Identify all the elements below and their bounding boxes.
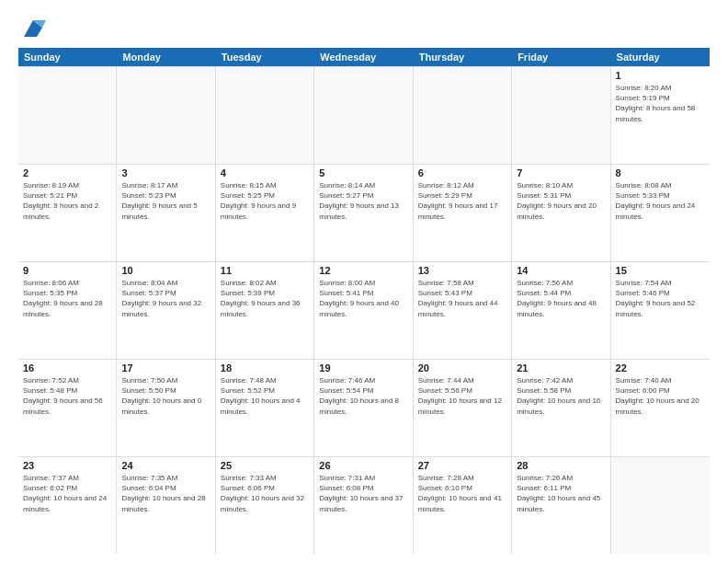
- day-cell-23: 23Sunrise: 7:37 AM Sunset: 6:02 PM Dayli…: [18, 457, 117, 554]
- header-day-thursday: Thursday: [414, 48, 512, 66]
- day-number: 10: [121, 265, 210, 276]
- day-number: 20: [418, 362, 506, 373]
- day-number: 17: [121, 362, 210, 373]
- day-info: Sunrise: 7:35 AM Sunset: 6:04 PM Dayligh…: [121, 473, 210, 514]
- day-number: 9: [23, 265, 111, 276]
- day-cell-14: 14Sunrise: 7:56 AM Sunset: 5:44 PM Dayli…: [512, 262, 610, 359]
- day-info: Sunrise: 7:50 AM Sunset: 5:50 PM Dayligh…: [121, 375, 210, 417]
- day-cell-9: 9Sunrise: 8:06 AM Sunset: 5:35 PM Daylig…: [18, 262, 117, 359]
- day-cell-2: 2Sunrise: 8:19 AM Sunset: 5:21 PM Daylig…: [18, 165, 117, 261]
- calendar-row-1: 1Sunrise: 8:20 AM Sunset: 5:19 PM Daylig…: [18, 66, 710, 165]
- logo-icon: [20, 15, 46, 40]
- day-info: Sunrise: 7:42 AM Sunset: 5:58 PM Dayligh…: [517, 375, 605, 417]
- day-cell-25: 25Sunrise: 7:33 AM Sunset: 6:06 PM Dayli…: [216, 457, 314, 554]
- day-info: Sunrise: 8:10 AM Sunset: 5:31 PM Dayligh…: [517, 180, 605, 222]
- day-info: Sunrise: 8:15 AM Sunset: 5:25 PM Dayligh…: [221, 180, 309, 222]
- day-cell-27: 27Sunrise: 7:28 AM Sunset: 6:10 PM Dayli…: [414, 457, 512, 554]
- day-info: Sunrise: 7:37 AM Sunset: 6:02 PM Dayligh…: [23, 473, 111, 514]
- day-info: Sunrise: 7:56 AM Sunset: 5:44 PM Dayligh…: [517, 278, 605, 319]
- day-info: Sunrise: 7:48 AM Sunset: 5:52 PM Dayligh…: [221, 375, 309, 417]
- day-number: 16: [23, 362, 111, 373]
- empty-cell: [18, 67, 117, 164]
- day-number: 14: [517, 265, 605, 276]
- day-info: Sunrise: 7:28 AM Sunset: 6:10 PM Dayligh…: [418, 473, 506, 514]
- calendar-header: SundayMondayTuesdayWednesdayThursdayFrid…: [18, 48, 710, 66]
- day-number: 27: [418, 460, 506, 471]
- day-info: Sunrise: 8:17 AM Sunset: 5:23 PM Dayligh…: [121, 180, 210, 222]
- day-cell-28: 28Sunrise: 7:26 AM Sunset: 6:11 PM Dayli…: [512, 457, 610, 554]
- day-number: 5: [319, 167, 407, 178]
- day-cell-8: 8Sunrise: 8:08 AM Sunset: 5:33 PM Daylig…: [611, 165, 710, 261]
- day-cell-22: 22Sunrise: 7:40 AM Sunset: 6:00 PM Dayli…: [611, 360, 710, 456]
- day-number: 3: [121, 167, 210, 178]
- day-info: Sunrise: 8:12 AM Sunset: 5:29 PM Dayligh…: [418, 180, 506, 222]
- header-day-tuesday: Tuesday: [216, 48, 314, 66]
- day-info: Sunrise: 8:06 AM Sunset: 5:35 PM Dayligh…: [23, 278, 111, 319]
- day-number: 1: [616, 70, 705, 81]
- day-cell-15: 15Sunrise: 7:54 AM Sunset: 5:46 PM Dayli…: [611, 262, 710, 359]
- day-info: Sunrise: 8:02 AM Sunset: 5:39 PM Dayligh…: [221, 278, 309, 319]
- day-cell-7: 7Sunrise: 8:10 AM Sunset: 5:31 PM Daylig…: [512, 165, 610, 261]
- day-cell-4: 4Sunrise: 8:15 AM Sunset: 5:25 PM Daylig…: [216, 165, 314, 261]
- header-day-wednesday: Wednesday: [314, 48, 413, 66]
- day-number: 25: [221, 460, 309, 471]
- day-number: 13: [418, 265, 506, 276]
- day-number: 22: [616, 362, 705, 373]
- logo: [18, 15, 46, 40]
- day-cell-21: 21Sunrise: 7:42 AM Sunset: 5:58 PM Dayli…: [512, 360, 610, 456]
- day-info: Sunrise: 8:08 AM Sunset: 5:33 PM Dayligh…: [616, 180, 705, 222]
- day-cell-5: 5Sunrise: 8:14 AM Sunset: 5:27 PM Daylig…: [314, 165, 413, 261]
- day-info: Sunrise: 7:33 AM Sunset: 6:06 PM Dayligh…: [221, 473, 309, 514]
- day-number: 7: [517, 167, 605, 178]
- calendar-row-5: 23Sunrise: 7:37 AM Sunset: 6:02 PM Dayli…: [18, 457, 710, 554]
- empty-cell: [512, 67, 610, 164]
- day-cell-19: 19Sunrise: 7:46 AM Sunset: 5:54 PM Dayli…: [314, 360, 413, 456]
- empty-cell: [216, 67, 314, 164]
- day-cell-20: 20Sunrise: 7:44 AM Sunset: 5:56 PM Dayli…: [414, 360, 512, 456]
- day-number: 2: [23, 167, 111, 178]
- day-number: 18: [221, 362, 309, 373]
- day-cell-1: 1Sunrise: 8:20 AM Sunset: 5:19 PM Daylig…: [611, 67, 710, 164]
- day-number: 19: [319, 362, 407, 373]
- day-cell-6: 6Sunrise: 8:12 AM Sunset: 5:29 PM Daylig…: [414, 165, 512, 261]
- header-day-monday: Monday: [117, 48, 215, 66]
- day-info: Sunrise: 8:00 AM Sunset: 5:41 PM Dayligh…: [319, 278, 407, 319]
- day-cell-24: 24Sunrise: 7:35 AM Sunset: 6:04 PM Dayli…: [117, 457, 215, 554]
- day-cell-11: 11Sunrise: 8:02 AM Sunset: 5:39 PM Dayli…: [216, 262, 314, 359]
- calendar: SundayMondayTuesdayWednesdayThursdayFrid…: [18, 48, 710, 554]
- empty-cell: [314, 67, 413, 164]
- header-day-sunday: Sunday: [18, 48, 117, 66]
- day-info: Sunrise: 8:19 AM Sunset: 5:21 PM Dayligh…: [23, 180, 111, 222]
- day-number: 12: [319, 265, 407, 276]
- day-cell-16: 16Sunrise: 7:52 AM Sunset: 5:48 PM Dayli…: [18, 360, 117, 456]
- day-cell-26: 26Sunrise: 7:31 AM Sunset: 6:08 PM Dayli…: [314, 457, 413, 554]
- calendar-row-2: 2Sunrise: 8:19 AM Sunset: 5:21 PM Daylig…: [18, 165, 710, 262]
- day-cell-10: 10Sunrise: 8:04 AM Sunset: 5:37 PM Dayli…: [117, 262, 215, 359]
- day-cell-13: 13Sunrise: 7:58 AM Sunset: 5:43 PM Dayli…: [414, 262, 512, 359]
- day-number: 23: [23, 460, 111, 471]
- day-number: 6: [418, 167, 506, 178]
- day-cell-18: 18Sunrise: 7:48 AM Sunset: 5:52 PM Dayli…: [216, 360, 314, 456]
- day-cell-12: 12Sunrise: 8:00 AM Sunset: 5:41 PM Dayli…: [314, 262, 413, 359]
- day-number: 26: [319, 460, 407, 471]
- header-day-saturday: Saturday: [611, 48, 710, 66]
- day-number: 11: [221, 265, 309, 276]
- day-cell-17: 17Sunrise: 7:50 AM Sunset: 5:50 PM Dayli…: [117, 360, 215, 456]
- day-cell-3: 3Sunrise: 8:17 AM Sunset: 5:23 PM Daylig…: [117, 165, 215, 261]
- day-info: Sunrise: 7:44 AM Sunset: 5:56 PM Dayligh…: [418, 375, 506, 417]
- empty-cell: [414, 67, 512, 164]
- day-number: 24: [121, 460, 210, 471]
- day-info: Sunrise: 7:52 AM Sunset: 5:48 PM Dayligh…: [23, 375, 111, 417]
- calendar-row-4: 16Sunrise: 7:52 AM Sunset: 5:48 PM Dayli…: [18, 360, 710, 457]
- empty-cell: [611, 457, 710, 554]
- calendar-row-3: 9Sunrise: 8:06 AM Sunset: 5:35 PM Daylig…: [18, 262, 710, 360]
- day-info: Sunrise: 8:14 AM Sunset: 5:27 PM Dayligh…: [319, 180, 407, 222]
- day-number: 4: [221, 167, 309, 178]
- day-info: Sunrise: 7:31 AM Sunset: 6:08 PM Dayligh…: [319, 473, 407, 514]
- day-number: 15: [616, 265, 705, 276]
- day-info: Sunrise: 7:26 AM Sunset: 6:11 PM Dayligh…: [517, 473, 605, 514]
- empty-cell: [117, 67, 215, 164]
- day-info: Sunrise: 7:54 AM Sunset: 5:46 PM Dayligh…: [616, 278, 705, 319]
- header-day-friday: Friday: [512, 48, 610, 66]
- day-number: 21: [517, 362, 605, 373]
